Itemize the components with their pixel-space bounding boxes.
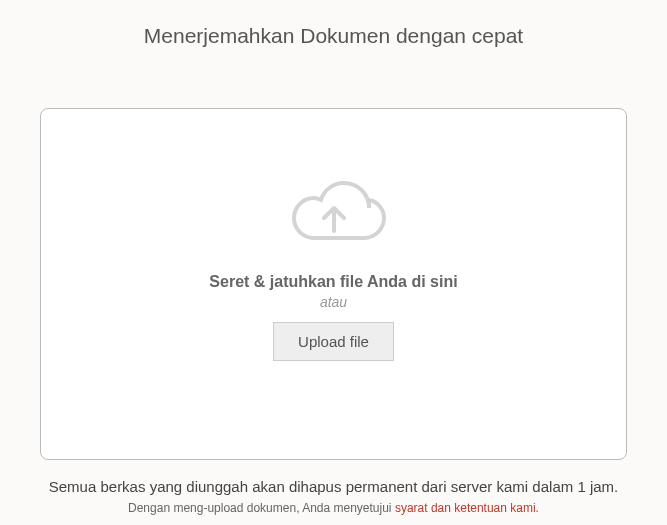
deletion-notice-text: Semua berkas yang diunggah akan dihapus … (0, 478, 667, 495)
page-title: Menerjemahkan Dokumen dengan cepat (0, 0, 667, 108)
terms-text: Dengan meng-upload dokumen, Anda menyetu… (0, 501, 667, 515)
upload-area-container: Seret & jatuhkan file Anda di sini atau … (0, 108, 667, 460)
terms-prefix-text: Dengan meng-upload dokumen, Anda menyetu… (128, 501, 395, 515)
file-dropzone[interactable]: Seret & jatuhkan file Anda di sini atau … (40, 108, 627, 460)
or-separator-text: atau (320, 294, 347, 310)
drop-instruction-text: Seret & jatuhkan file Anda di sini (209, 273, 457, 291)
upload-file-button[interactable]: Upload file (273, 322, 394, 361)
cloud-upload-icon (274, 168, 394, 263)
terms-link[interactable]: syarat dan ketentuan kami. (395, 501, 539, 515)
